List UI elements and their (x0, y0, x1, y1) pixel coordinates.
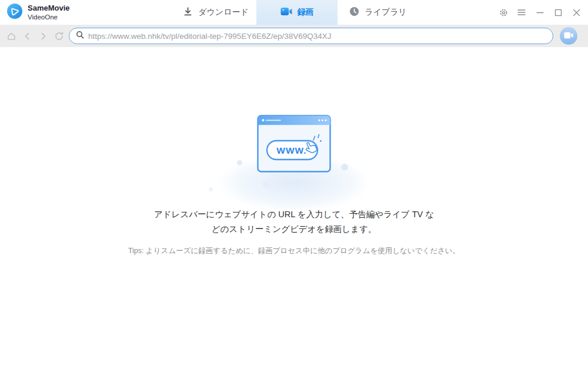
address-toolbar (0, 25, 588, 47)
app-product-name: VideoOne (28, 13, 70, 21)
header: SameMovie VideoOne ダウンロード (0, 0, 588, 25)
tab-record-label: 録画 (298, 7, 314, 18)
record-empty-state: WWW. アドレスバーにウェブサイトの URL を入力して、予告編やライブ TV… (0, 47, 588, 375)
home-icon[interactable] (5, 30, 17, 42)
settings-gear-icon[interactable] (499, 8, 508, 17)
minimize-icon[interactable] (535, 8, 544, 17)
empty-state-message: アドレスバーにウェブサイトの URL を入力して、予告編やライブ TV などのス… (153, 207, 435, 236)
browser-window-illustration: WWW. (257, 115, 331, 172)
illustration-titlebar-dot (262, 119, 265, 121)
back-icon[interactable] (21, 30, 33, 42)
decor-dot (237, 160, 242, 165)
menu-icon[interactable] (517, 8, 526, 17)
window-controls (499, 0, 581, 25)
app-window: SameMovie VideoOne ダウンロード (0, 0, 588, 375)
tips-text: Tips: よりスムーズに録画するために、録画プロセス中に他のプログラムを使用し… (0, 246, 588, 256)
decor-dot (209, 187, 213, 191)
tab-record[interactable]: 録画 (256, 0, 338, 25)
download-icon (183, 6, 193, 18)
app-logo-icon (6, 3, 23, 22)
close-icon[interactable] (572, 8, 581, 17)
start-record-button[interactable] (560, 27, 577, 45)
app-name: SameMovie (28, 4, 70, 13)
tab-library-label: ライブラリ (365, 7, 407, 18)
search-icon (76, 31, 84, 41)
forward-icon[interactable] (37, 30, 49, 42)
brand-text: SameMovie VideoOne (28, 4, 70, 22)
browser-nav (0, 30, 69, 42)
url-input[interactable] (84, 32, 547, 41)
video-camera-icon (280, 7, 292, 18)
illustration-titlebar-menu-dots (319, 120, 327, 121)
brand: SameMovie VideoOne (6, 3, 70, 22)
url-bar[interactable] (69, 28, 553, 44)
decor-dot (341, 164, 348, 171)
reload-icon[interactable] (53, 30, 65, 42)
illustration-pill-text: WWW. (276, 145, 306, 155)
tab-download-label: ダウンロード (198, 7, 249, 18)
tab-library[interactable]: ライブラリ (338, 0, 419, 25)
clock-icon (349, 6, 359, 18)
main-tabs: ダウンロード 録画 (175, 0, 419, 25)
tab-download[interactable]: ダウンロード (175, 0, 256, 25)
video-camera-icon (564, 32, 573, 41)
decor-dot (263, 181, 269, 188)
maximize-icon[interactable] (553, 8, 563, 17)
